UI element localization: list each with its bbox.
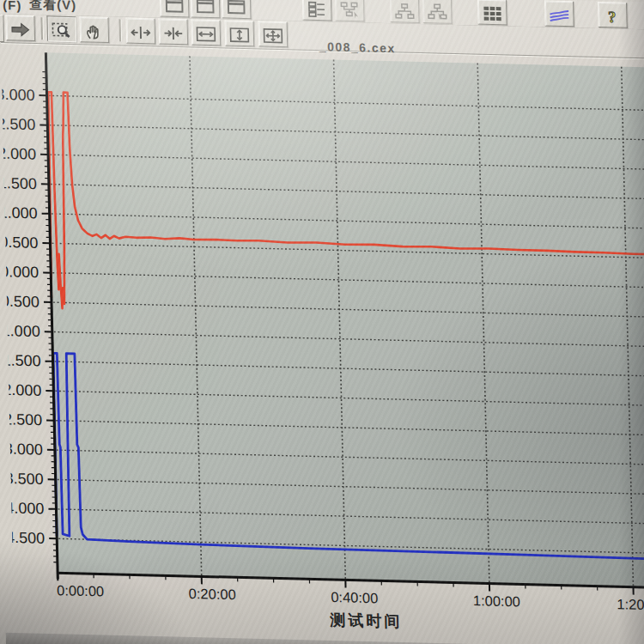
y-tick-label: -3.000 bbox=[0, 440, 43, 458]
y-tick-label: -0.500 bbox=[0, 292, 39, 310]
y-tick-label: 1.000 bbox=[0, 204, 38, 222]
x-tick-label: 0:40:00 bbox=[331, 589, 378, 605]
y-tick-label: 2.500 bbox=[0, 115, 36, 133]
plot-background[interactable] bbox=[46, 52, 644, 587]
x-tick-label: 0:00:00 bbox=[57, 582, 104, 598]
y-tick-label: -2.500 bbox=[0, 410, 42, 428]
y-tick-label: -4.500 bbox=[1, 529, 46, 547]
y-tick-label: 0.500 bbox=[0, 234, 39, 252]
y-tick-label: 2.000 bbox=[0, 145, 36, 163]
y-tick-label: 1.500 bbox=[0, 174, 37, 192]
y-tick-label: 0.000 bbox=[0, 263, 39, 281]
y-tick-label: -2.000 bbox=[0, 381, 42, 399]
y-tick-label: -1.500 bbox=[0, 351, 41, 369]
y-tick-label: 3.000 bbox=[0, 86, 35, 104]
y-tick-label: -1.000 bbox=[0, 322, 40, 340]
y-tick-label: -4.000 bbox=[0, 499, 45, 517]
y-tick-label: -3.500 bbox=[0, 470, 44, 488]
x-tick-label: 1:20:00 bbox=[617, 596, 644, 612]
app-window: (F) 查看(V) ? _008_6.cex 3.0002.5002.0001.… bbox=[0, 0, 644, 644]
screen: (F) 查看(V) ? _008_6.cex 3.0002.5002.0001.… bbox=[0, 0, 644, 644]
x-tick-label: 1:00:00 bbox=[473, 592, 520, 609]
x-tick-label: 0:20:00 bbox=[188, 586, 235, 602]
y-axis-labels: 3.0002.5002.0001.5001.0000.5000.000-0.50… bbox=[0, 86, 45, 547]
plot-area[interactable]: 3.0002.5002.0001.5001.0000.5000.000-0.50… bbox=[0, 0, 644, 644]
